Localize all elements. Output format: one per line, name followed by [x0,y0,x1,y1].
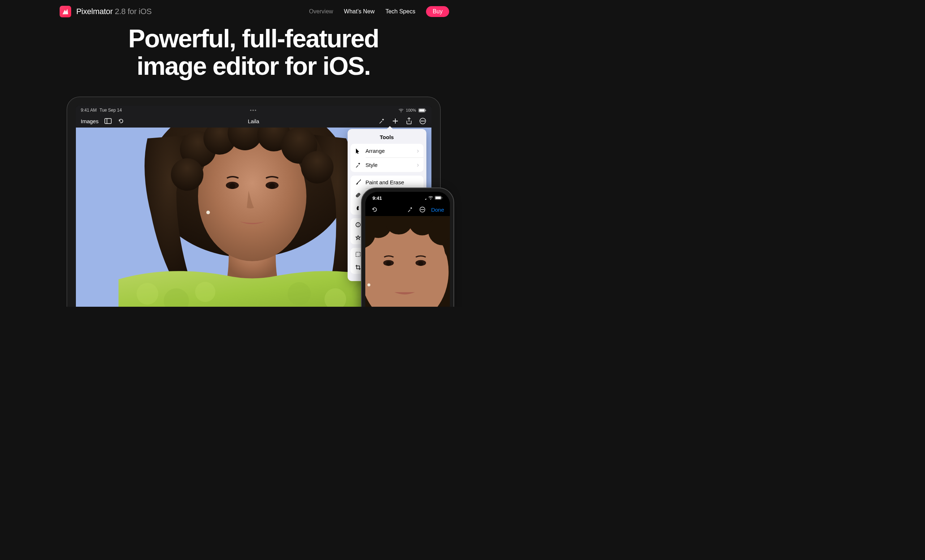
crop-icon [355,264,361,271]
svg-point-8 [421,121,422,121]
buy-button[interactable]: Buy [426,6,449,17]
ipad-time: 9:41 AM [81,108,97,113]
more-icon[interactable] [419,206,426,213]
battery-icon [419,108,426,112]
svg-point-9 [422,121,423,121]
svg-point-24 [206,211,210,214]
wand-tool-icon [355,162,361,169]
cursor-icon [355,148,361,154]
product-name-bold: Pixelmator [76,7,113,16]
app-icon[interactable] [60,6,71,17]
svg-rect-43 [435,197,441,199]
adjust-icon [355,221,361,228]
svg-point-55 [419,261,423,266]
hero-headline: Powerful, full-featured image editor for… [0,25,507,80]
done-button[interactable]: Done [431,207,444,213]
undo-icon[interactable] [371,206,378,213]
tool-paint-erase[interactable]: Paint and Erase [351,176,423,188]
svg-point-35 [359,194,359,195]
nav-whatsnew[interactable]: What's New [344,8,375,15]
star-icon [355,235,361,241]
svg-rect-3 [105,119,111,123]
svg-rect-1 [419,109,425,111]
svg-point-48 [423,209,424,209]
product-name: Pixelmator 2.8 for iOS [76,7,152,16]
brush-icon [355,179,361,185]
undo-icon[interactable] [118,117,125,125]
wifi-icon [399,108,404,112]
svg-point-56 [368,284,371,286]
ipad-status-dots: ••• [250,108,257,113]
selection-icon [355,251,361,257]
ipad-status-left: 9:41 AM Tue Sep 14 [81,108,122,113]
tool-arrange-label: Arrange [366,148,413,154]
ipad-toolbar-left: Images [81,117,125,125]
tool-group-1: Arrange › Style › [351,144,423,172]
nav-right: Overview What's New Tech Specs Buy [309,6,449,17]
top-nav: Pixelmator 2.8 for iOS Overview What's N… [0,0,507,23]
nav-left: Pixelmator 2.8 for iOS [60,6,152,17]
iphone-canvas[interactable] [365,216,450,307]
battery-icon [435,196,443,201]
headline-line1: Powerful, full-featured [128,24,379,53]
wifi-icon [428,196,433,201]
svg-rect-2 [425,110,426,111]
chevron-right-icon: › [417,161,419,169]
iphone-time: 9:41 [372,196,382,201]
more-icon[interactable] [419,117,426,125]
tool-paint-label: Paint and Erase [366,179,419,185]
iphone-toolbar-right: Done [407,206,444,213]
portrait-image-phone [365,216,450,307]
nav-techspecs[interactable]: Tech Specs [386,8,416,15]
svg-point-33 [358,195,359,196]
bandage-icon [355,192,361,198]
svg-point-30 [301,151,333,184]
svg-point-23 [269,183,275,189]
tools-panel-title: Tools [348,132,426,144]
sidebar-icon[interactable] [104,117,111,125]
ipad-status-right: 100% [399,108,426,112]
svg-point-34 [357,196,358,196]
svg-point-17 [288,282,311,305]
tool-style-label: Style [366,162,413,168]
chevron-right-icon: › [417,147,419,155]
svg-point-31 [171,158,203,191]
images-button[interactable]: Images [81,118,99,124]
iphone-frame: 9:41 [361,188,454,307]
product-name-suffix: 2.8 for iOS [113,7,152,16]
svg-point-16 [195,282,215,302]
share-icon[interactable] [405,117,413,125]
wand-icon[interactable] [378,117,385,125]
svg-point-46 [421,209,421,209]
ipad-toolbar-right [378,117,426,125]
headline-line2: image editor for iOS. [137,52,370,80]
nav-overview[interactable]: Overview [309,8,333,15]
plus-icon[interactable] [392,117,399,125]
svg-rect-37 [356,252,360,256]
ipad-status-bar: 9:41 AM Tue Sep 14 ••• 100% [76,106,431,114]
smudge-icon [355,205,361,211]
ipad-date: Tue Sep 14 [100,108,122,113]
ipad-doc-title: Laila [248,118,259,124]
tool-arrange[interactable]: Arrange › [351,144,423,158]
svg-point-10 [424,121,425,121]
tool-style[interactable]: Style › [351,158,423,172]
iphone-screen: 9:41 [365,192,450,307]
svg-rect-44 [442,197,443,199]
device-container: 9:41 AM Tue Sep 14 ••• 100% Images [0,96,507,307]
wand-icon[interactable] [407,206,414,213]
iphone-toolbar: Done [365,203,450,216]
ipad-battery-pct: 100% [406,108,416,112]
svg-point-54 [386,261,391,266]
svg-point-22 [229,183,235,189]
svg-point-47 [422,209,422,209]
iphone-notch [388,192,428,200]
svg-point-14 [137,283,158,304]
ipad-toolbar: Images Laila [76,114,431,128]
